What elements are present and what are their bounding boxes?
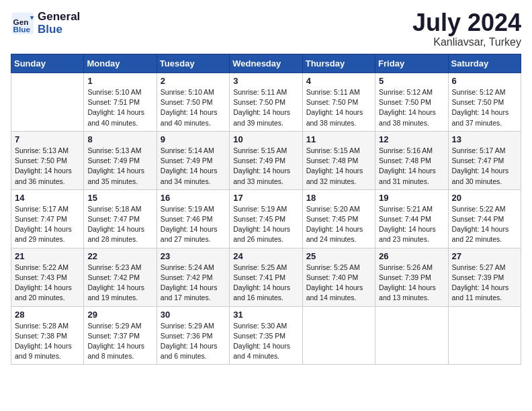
day-number: 23 [161, 251, 226, 261]
day-info: Sunrise: 5:18 AMSunset: 7:47 PMDaylight:… [87, 204, 152, 245]
day-info: Sunrise: 5:27 AMSunset: 7:39 PMDaylight:… [452, 263, 517, 304]
day-number: 16 [161, 193, 226, 203]
day-info: Sunrise: 5:15 AMSunset: 7:49 PMDaylight:… [233, 146, 298, 187]
location-subtitle: Kanliavsar, Turkey [412, 36, 521, 48]
calendar-table: SundayMondayTuesdayWednesdayThursdayFrid… [11, 54, 521, 365]
calendar-cell: 13Sunrise: 5:17 AMSunset: 7:47 PMDayligh… [448, 131, 521, 189]
day-info: Sunrise: 5:19 AMSunset: 7:45 PMDaylight:… [233, 204, 298, 245]
day-info: Sunrise: 5:28 AMSunset: 7:38 PMDaylight:… [15, 321, 80, 362]
calendar-cell: 1Sunrise: 5:10 AMSunset: 7:51 PMDaylight… [84, 73, 157, 132]
day-info: Sunrise: 5:10 AMSunset: 7:50 PMDaylight:… [161, 87, 226, 128]
day-info: Sunrise: 5:14 AMSunset: 7:49 PMDaylight:… [161, 146, 226, 187]
day-info: Sunrise: 5:29 AMSunset: 7:36 PMDaylight:… [161, 321, 226, 362]
day-number: 17 [233, 193, 298, 203]
day-number: 21 [15, 251, 80, 261]
day-number: 12 [379, 134, 444, 144]
day-number: 1 [87, 76, 152, 86]
calendar-cell [375, 306, 448, 365]
day-info: Sunrise: 5:16 AMSunset: 7:48 PMDaylight:… [379, 146, 444, 187]
day-number: 30 [161, 310, 226, 320]
calendar-week-row: 14Sunrise: 5:17 AMSunset: 7:47 PMDayligh… [11, 189, 521, 248]
day-number: 27 [452, 251, 517, 261]
calendar-cell: 9Sunrise: 5:14 AMSunset: 7:49 PMDaylight… [157, 131, 229, 189]
day-info: Sunrise: 5:20 AMSunset: 7:45 PMDaylight:… [306, 204, 371, 245]
day-number: 11 [306, 134, 371, 144]
day-number: 26 [379, 251, 444, 261]
day-number: 2 [161, 76, 226, 86]
calendar-body: 1Sunrise: 5:10 AMSunset: 7:51 PMDaylight… [11, 73, 521, 365]
day-number: 10 [233, 134, 298, 144]
page-header: Gen Blue General Blue July 2024 Kanliavs… [11, 11, 521, 48]
day-number: 28 [15, 310, 80, 320]
calendar-cell: 6Sunrise: 5:12 AMSunset: 7:50 PMDaylight… [448, 73, 521, 132]
calendar-cell: 5Sunrise: 5:12 AMSunset: 7:50 PMDaylight… [375, 73, 448, 132]
calendar-cell: 17Sunrise: 5:19 AMSunset: 7:45 PMDayligh… [230, 189, 302, 248]
calendar-header-thursday: Thursday [302, 54, 375, 73]
calendar-header-saturday: Saturday [448, 54, 521, 73]
calendar-week-row: 28Sunrise: 5:28 AMSunset: 7:38 PMDayligh… [11, 306, 521, 365]
day-info: Sunrise: 5:24 AMSunset: 7:42 PMDaylight:… [161, 263, 226, 304]
calendar-header-wednesday: Wednesday [230, 54, 302, 73]
calendar-cell [302, 306, 375, 365]
day-info: Sunrise: 5:17 AMSunset: 7:47 PMDaylight:… [15, 204, 80, 245]
calendar-cell [448, 306, 521, 365]
day-number: 18 [306, 193, 371, 203]
day-info: Sunrise: 5:13 AMSunset: 7:49 PMDaylight:… [87, 146, 152, 187]
day-number: 8 [87, 134, 152, 144]
calendar-cell: 12Sunrise: 5:16 AMSunset: 7:48 PMDayligh… [375, 131, 448, 189]
calendar-cell: 21Sunrise: 5:22 AMSunset: 7:43 PMDayligh… [11, 248, 84, 306]
calendar-cell: 14Sunrise: 5:17 AMSunset: 7:47 PMDayligh… [11, 189, 84, 248]
day-number: 31 [233, 310, 298, 320]
day-number: 20 [452, 193, 517, 203]
day-info: Sunrise: 5:11 AMSunset: 7:50 PMDaylight:… [306, 87, 371, 128]
calendar-cell: 29Sunrise: 5:29 AMSunset: 7:37 PMDayligh… [84, 306, 157, 365]
logo-text: General Blue [38, 11, 80, 36]
day-info: Sunrise: 5:15 AMSunset: 7:48 PMDaylight:… [306, 146, 371, 187]
calendar-cell: 23Sunrise: 5:24 AMSunset: 7:42 PMDayligh… [157, 248, 229, 306]
calendar-header-row: SundayMondayTuesdayWednesdayThursdayFrid… [11, 54, 521, 73]
day-info: Sunrise: 5:26 AMSunset: 7:39 PMDaylight:… [379, 263, 444, 304]
calendar-cell: 2Sunrise: 5:10 AMSunset: 7:50 PMDaylight… [157, 73, 229, 132]
calendar-cell: 25Sunrise: 5:25 AMSunset: 7:40 PMDayligh… [302, 248, 375, 306]
day-number: 3 [233, 76, 298, 86]
calendar-cell: 31Sunrise: 5:30 AMSunset: 7:35 PMDayligh… [230, 306, 302, 365]
day-number: 7 [15, 134, 80, 144]
day-info: Sunrise: 5:11 AMSunset: 7:50 PMDaylight:… [233, 87, 298, 128]
logo-general: General [38, 11, 80, 24]
logo: Gen Blue General Blue [11, 11, 80, 36]
day-number: 29 [87, 310, 152, 320]
day-info: Sunrise: 5:12 AMSunset: 7:50 PMDaylight:… [379, 87, 444, 128]
day-info: Sunrise: 5:22 AMSunset: 7:44 PMDaylight:… [452, 204, 517, 245]
calendar-cell: 3Sunrise: 5:11 AMSunset: 7:50 PMDaylight… [230, 73, 302, 132]
day-info: Sunrise: 5:17 AMSunset: 7:47 PMDaylight:… [452, 146, 517, 187]
day-info: Sunrise: 5:29 AMSunset: 7:37 PMDaylight:… [87, 321, 152, 362]
calendar-cell: 4Sunrise: 5:11 AMSunset: 7:50 PMDaylight… [302, 73, 375, 132]
calendar-cell: 20Sunrise: 5:22 AMSunset: 7:44 PMDayligh… [448, 189, 521, 248]
day-number: 22 [87, 251, 152, 261]
day-number: 15 [87, 193, 152, 203]
calendar-week-row: 21Sunrise: 5:22 AMSunset: 7:43 PMDayligh… [11, 248, 521, 306]
day-info: Sunrise: 5:21 AMSunset: 7:44 PMDaylight:… [379, 204, 444, 245]
day-number: 19 [379, 193, 444, 203]
calendar-cell: 22Sunrise: 5:23 AMSunset: 7:42 PMDayligh… [84, 248, 157, 306]
month-year-title: July 2024 [412, 11, 521, 35]
calendar-cell: 18Sunrise: 5:20 AMSunset: 7:45 PMDayligh… [302, 189, 375, 248]
day-number: 5 [379, 76, 444, 86]
day-number: 25 [306, 251, 371, 261]
calendar-cell: 28Sunrise: 5:28 AMSunset: 7:38 PMDayligh… [11, 306, 84, 365]
calendar-cell: 10Sunrise: 5:15 AMSunset: 7:49 PMDayligh… [230, 131, 302, 189]
day-info: Sunrise: 5:25 AMSunset: 7:40 PMDaylight:… [306, 263, 371, 304]
logo-icon: Gen Blue [11, 11, 35, 36]
day-number: 9 [161, 134, 226, 144]
calendar-cell: 11Sunrise: 5:15 AMSunset: 7:48 PMDayligh… [302, 131, 375, 189]
logo-blue: Blue [38, 24, 80, 36]
calendar-cell: 19Sunrise: 5:21 AMSunset: 7:44 PMDayligh… [375, 189, 448, 248]
calendar-cell: 16Sunrise: 5:19 AMSunset: 7:46 PMDayligh… [157, 189, 229, 248]
day-number: 13 [452, 134, 517, 144]
day-number: 24 [233, 251, 298, 261]
calendar-cell [11, 73, 84, 132]
calendar-cell: 7Sunrise: 5:13 AMSunset: 7:50 PMDaylight… [11, 131, 84, 189]
calendar-header-tuesday: Tuesday [157, 54, 229, 73]
calendar-week-row: 7Sunrise: 5:13 AMSunset: 7:50 PMDaylight… [11, 131, 521, 189]
calendar-cell: 30Sunrise: 5:29 AMSunset: 7:36 PMDayligh… [157, 306, 229, 365]
